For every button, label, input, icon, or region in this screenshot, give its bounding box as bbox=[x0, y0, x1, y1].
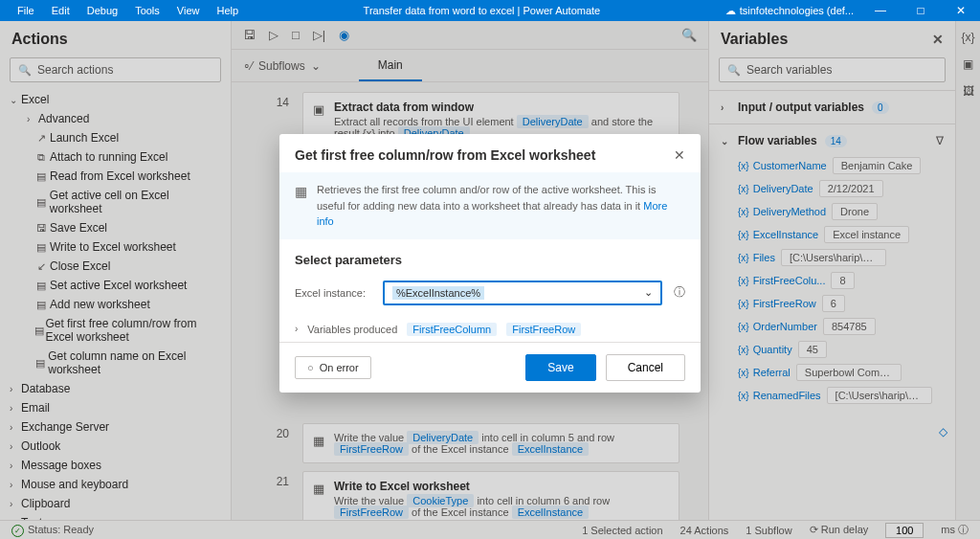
cancel-button[interactable]: Cancel bbox=[606, 354, 685, 381]
error-icon: ○ bbox=[307, 362, 314, 373]
menu-edit[interactable]: Edit bbox=[52, 5, 70, 16]
title-bar: File Edit Debug Tools View Help Transfer… bbox=[0, 0, 980, 21]
close-window-button[interactable]: ✕ bbox=[947, 4, 974, 17]
menu-help[interactable]: Help bbox=[216, 5, 238, 16]
action-dialog: Get first free column/row from Excel wor… bbox=[279, 134, 701, 393]
account-indicator[interactable]: tsinfotechnologies (def... bbox=[725, 5, 854, 17]
menu-tools[interactable]: Tools bbox=[135, 5, 160, 16]
param-info-icon[interactable]: ⓘ bbox=[674, 284, 685, 301]
produced-variable[interactable]: FirstFreeRow bbox=[506, 323, 581, 336]
modal-overlay: Get first free column/row from Excel wor… bbox=[0, 21, 980, 539]
menu-view[interactable]: View bbox=[177, 5, 200, 16]
window-title: Transfer data from word to excel | Power… bbox=[238, 5, 725, 16]
excel-instance-select[interactable]: %ExcelInstance% ⌄ bbox=[383, 281, 662, 305]
on-error-button[interactable]: ○ On error bbox=[295, 356, 371, 379]
dialog-info-banner: ▦ Retrieves the first free column and/or… bbox=[279, 172, 701, 239]
dialog-close-icon[interactable]: ✕ bbox=[674, 147, 685, 163]
maximize-button[interactable]: □ bbox=[907, 4, 934, 17]
excel-instance-value: %ExcelInstance% bbox=[392, 286, 484, 300]
menu-bar: File Edit Debug Tools View Help bbox=[0, 5, 238, 16]
dialog-title: Get first free column/row from Excel wor… bbox=[295, 147, 595, 163]
variables-produced-label: Variables produced bbox=[307, 324, 397, 335]
save-button[interactable]: Save bbox=[525, 354, 595, 381]
minimize-button[interactable]: — bbox=[867, 4, 894, 17]
dialog-description: Retrieves the first free column and/or r… bbox=[317, 184, 656, 212]
select-parameters-heading: Select parameters bbox=[295, 253, 685, 267]
menu-file[interactable]: File bbox=[17, 5, 34, 16]
produced-variable[interactable]: FirstFreeColumn bbox=[407, 323, 497, 336]
chevron-right-icon[interactable]: › bbox=[295, 324, 298, 334]
chevron-down-icon: ⌄ bbox=[644, 286, 653, 299]
info-icon: ▦ bbox=[295, 182, 307, 230]
menu-debug[interactable]: Debug bbox=[87, 5, 118, 16]
excel-instance-label: Excel instance: bbox=[295, 287, 371, 299]
